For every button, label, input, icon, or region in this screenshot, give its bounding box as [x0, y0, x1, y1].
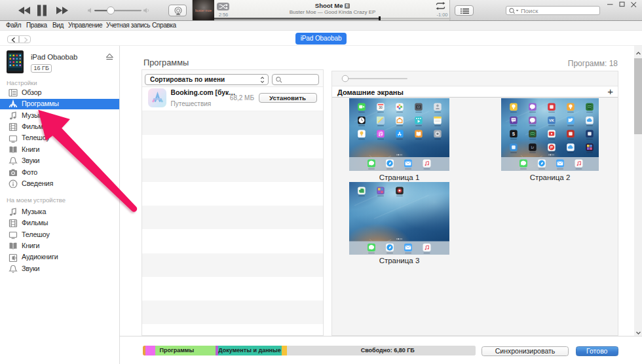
svg-text:P: P [550, 145, 553, 149]
svg-text:VK: VK [549, 118, 554, 122]
svg-text:30: 30 [379, 105, 383, 109]
svg-text:Lr: Lr [531, 145, 535, 149]
svg-text:S: S [512, 132, 516, 136]
